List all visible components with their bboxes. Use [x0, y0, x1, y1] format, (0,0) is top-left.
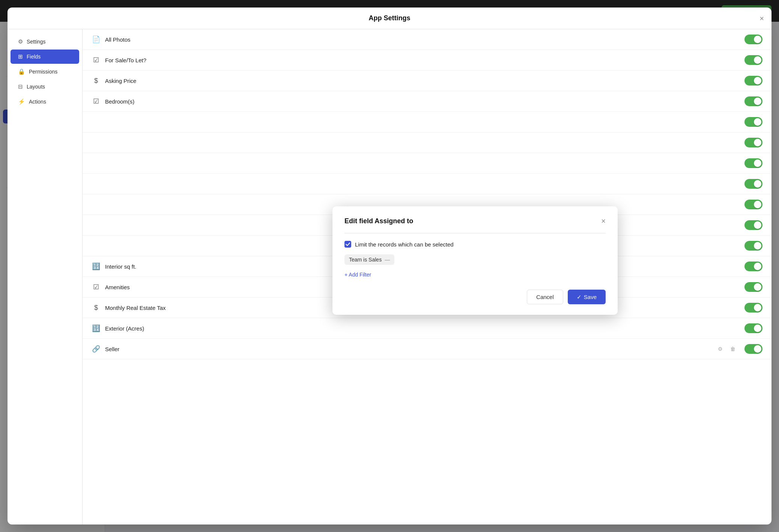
all-photos-toggle[interactable] — [744, 35, 762, 44]
amenities-toggle[interactable] — [744, 282, 762, 292]
asking-price-field-icon: $ — [92, 77, 101, 85]
dialog-title: Edit field Assigned to — [344, 217, 413, 225]
for-sale-toggle[interactable] — [744, 55, 762, 65]
limit-records-checkbox[interactable] — [344, 241, 351, 248]
field7-toggle[interactable] — [744, 158, 762, 168]
layouts-nav-icon: ⊟ — [18, 83, 23, 90]
save-check-icon: ✓ — [577, 294, 582, 301]
modal-title: App Settings — [369, 14, 411, 22]
bedrooms-toggle[interactable] — [744, 96, 762, 106]
modal-left-nav: ⚙ Settings ⊞ Fields 🔒 Permissions ⊟ Layo… — [8, 29, 83, 524]
bedrooms-toggle-track — [744, 96, 762, 106]
all-photos-toggle-track — [744, 35, 762, 44]
monthly-tax-toggle[interactable] — [744, 303, 762, 313]
interior-sqft-toggle[interactable] — [744, 261, 762, 271]
monthly-tax-field-icon: $ — [92, 304, 101, 312]
add-filter-button[interactable]: + Add Filter — [344, 272, 371, 278]
field-row-asking-price: $ Asking Price — [83, 71, 771, 91]
dialog-close-button[interactable]: × — [601, 217, 606, 225]
amenities-field-icon: ☑ — [92, 283, 101, 291]
fields-nav-icon: ⊞ — [18, 53, 23, 60]
field11-toggle[interactable] — [744, 241, 762, 251]
modal-close-button[interactable]: × — [759, 15, 764, 22]
field-row-bedrooms: ☑ Bedroom(s) — [83, 91, 771, 112]
modal-nav-layouts-label: Layouts — [27, 84, 45, 90]
field-row-7 — [83, 153, 771, 174]
save-label: Save — [584, 294, 597, 300]
seller-trash-icon[interactable]: 🗑 — [730, 346, 735, 352]
seller-field-icon: 🔗 — [92, 345, 101, 353]
dialog-actions: Cancel ✓ Save — [344, 290, 606, 304]
modal-nav-fields-label: Fields — [27, 54, 41, 60]
field6-toggle[interactable] — [744, 138, 762, 147]
modal-nav-layouts[interactable]: ⊟ Layouts — [11, 80, 79, 94]
edit-field-dialog: Edit field Assigned to × Limit the recor… — [332, 206, 618, 315]
dialog-checkbox-row: Limit the records which can be selected — [344, 241, 606, 248]
field10-toggle[interactable] — [744, 220, 762, 230]
permissions-nav-icon: 🔒 — [18, 68, 25, 75]
seller-gear-icon[interactable]: ⚙ — [718, 346, 723, 352]
all-photos-field-icon: 📄 — [92, 35, 101, 44]
field-row-6 — [83, 132, 771, 153]
for-sale-toggle-track — [744, 55, 762, 65]
field-row-all-photos: 📄 All Photos — [83, 29, 771, 50]
dialog-divider — [344, 233, 606, 233]
field8-toggle[interactable] — [744, 179, 762, 189]
asking-price-toggle-track — [744, 76, 762, 86]
bedrooms-toggle-thumb — [754, 98, 761, 105]
field5-toggle[interactable] — [744, 117, 762, 127]
seller-toggle[interactable] — [744, 344, 762, 354]
field-row-8 — [83, 174, 771, 194]
for-sale-toggle-thumb — [754, 56, 761, 64]
exterior-field-name: Exterior (Acres) — [105, 325, 740, 332]
filter-tag: Team is Sales — — [344, 254, 394, 265]
seller-field-name: Seller — [105, 346, 713, 352]
field-row-5 — [83, 112, 771, 132]
modal-nav-settings[interactable]: ⚙ Settings — [11, 35, 79, 49]
filter-tag-text: Team is Sales — [349, 257, 382, 263]
settings-nav-icon: ⚙ — [18, 38, 23, 45]
checkbox-check-icon — [346, 242, 350, 246]
save-button[interactable]: ✓ Save — [568, 290, 606, 304]
asking-price-field-name: Asking Price — [105, 78, 740, 84]
modal-nav-actions-label: Actions — [29, 99, 46, 105]
modal-nav-fields[interactable]: ⊞ Fields — [11, 50, 79, 64]
modal-nav-permissions[interactable]: 🔒 Permissions — [11, 65, 79, 79]
for-sale-field-icon: ☑ — [92, 56, 101, 64]
field-row-seller: 🔗 Seller ⚙ 🗑 — [83, 339, 771, 359]
modal-nav-permissions-label: Permissions — [29, 69, 57, 75]
actions-nav-icon: ⚡ — [18, 98, 25, 105]
asking-price-toggle[interactable] — [744, 76, 762, 86]
exterior-toggle[interactable] — [744, 323, 762, 333]
asking-price-toggle-thumb — [754, 77, 761, 84]
interior-sqft-field-icon: 🔢 — [92, 262, 101, 271]
modal-header: App Settings × — [8, 8, 771, 29]
exterior-field-icon: 🔢 — [92, 324, 101, 332]
bedrooms-field-icon: ☑ — [92, 97, 101, 105]
field-row-exterior: 🔢 Exterior (Acres) — [83, 318, 771, 339]
dialog-header: Edit field Assigned to × — [344, 217, 606, 225]
for-sale-field-name: For Sale/To Let? — [105, 57, 740, 63]
bedrooms-field-name: Bedroom(s) — [105, 98, 740, 105]
modal-nav-settings-label: Settings — [27, 39, 46, 45]
filter-tag-remove-button[interactable]: — — [385, 257, 390, 263]
all-photos-field-name: All Photos — [105, 36, 740, 43]
cancel-button[interactable]: Cancel — [527, 290, 563, 304]
modal-nav-actions[interactable]: ⚡ Actions — [11, 95, 79, 109]
field-row-for-sale: ☑ For Sale/To Let? — [83, 50, 771, 71]
all-photos-toggle-thumb — [754, 36, 761, 43]
limit-records-label: Limit the records which can be selected — [355, 241, 454, 248]
field9-toggle[interactable] — [744, 200, 762, 209]
